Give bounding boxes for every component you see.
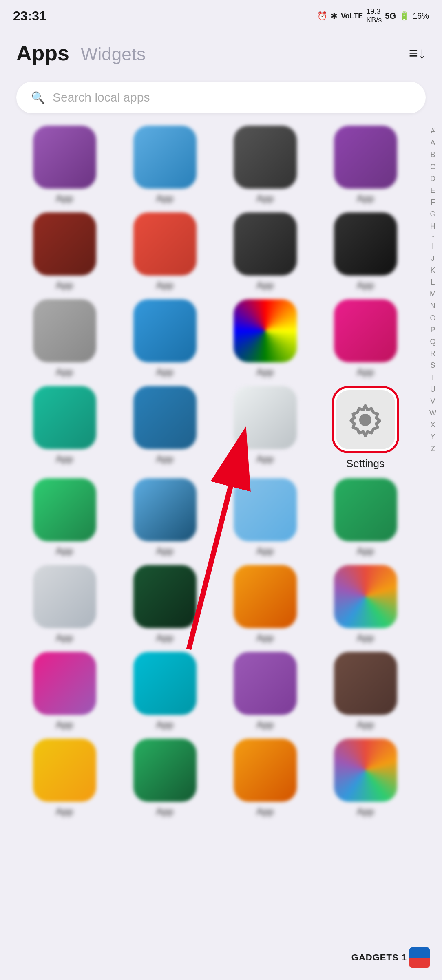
- list-item[interactable]: App: [117, 126, 213, 204]
- alpha-C[interactable]: C: [429, 161, 437, 172]
- alpha-J[interactable]: J: [429, 253, 436, 264]
- volte-icon: VoLTE: [341, 12, 363, 20]
- alpha-L[interactable]: L: [429, 277, 436, 288]
- list-item[interactable]: App: [217, 126, 313, 204]
- status-time: 23:31: [13, 9, 46, 24]
- list-item[interactable]: App: [317, 212, 413, 291]
- app-grid: App App App App App App App App: [16, 126, 434, 817]
- alpha-U[interactable]: U: [429, 384, 437, 395]
- list-item[interactable]: App: [16, 212, 113, 291]
- app-grid-container: App App App App App App App App: [0, 126, 442, 817]
- data-speed-icon: 19.3KB/s: [366, 7, 382, 24]
- list-item[interactable]: App: [317, 126, 413, 204]
- alpha-dots: ··: [430, 233, 436, 241]
- list-item[interactable]: App: [16, 739, 113, 817]
- list-item[interactable]: App: [16, 126, 113, 204]
- alpha-M[interactable]: M: [428, 289, 438, 300]
- alpha-Z[interactable]: Z: [429, 444, 437, 455]
- alpha-Y[interactable]: Y: [429, 431, 437, 442]
- alpha-G[interactable]: G: [428, 209, 437, 220]
- status-icons: ⏰ ✱ VoLTE 19.3KB/s 5G 🔋 16%: [317, 7, 429, 24]
- alpha-A[interactable]: A: [429, 137, 437, 148]
- alpha-X[interactable]: X: [429, 419, 437, 430]
- alpha-P[interactable]: P: [429, 324, 437, 335]
- list-item[interactable]: App: [117, 739, 213, 817]
- alpha-F[interactable]: F: [429, 197, 437, 208]
- alpha-E[interactable]: E: [429, 185, 437, 196]
- sort-button[interactable]: ≡↓: [409, 44, 426, 62]
- search-container: 🔍 Search local apps: [16, 82, 426, 113]
- search-icon: 🔍: [31, 91, 45, 104]
- list-item[interactable]: App: [217, 652, 313, 731]
- header-tabs: Apps Widgets: [16, 41, 146, 65]
- alpha-B[interactable]: B: [429, 149, 437, 160]
- svg-point-0: [360, 414, 371, 426]
- list-item[interactable]: App: [117, 386, 213, 470]
- list-item[interactable]: App: [117, 478, 213, 557]
- alphabet-sidebar[interactable]: # A B C D E F G H ·· I J K L M N O P Q R…: [428, 126, 438, 455]
- alpha-O[interactable]: O: [428, 313, 437, 324]
- tab-apps[interactable]: Apps: [16, 41, 69, 65]
- alpha-K[interactable]: K: [429, 265, 437, 276]
- alpha-hash[interactable]: #: [429, 126, 436, 137]
- list-item[interactable]: App: [317, 565, 413, 644]
- list-item[interactable]: App: [217, 478, 313, 557]
- list-item[interactable]: App: [117, 652, 213, 731]
- list-item[interactable]: App: [16, 478, 113, 557]
- list-item[interactable]: App: [117, 299, 213, 378]
- alpha-Q[interactable]: Q: [428, 336, 437, 347]
- bluetooth-icon: ✱: [331, 11, 338, 21]
- list-item[interactable]: App: [16, 565, 113, 644]
- alpha-V[interactable]: V: [429, 396, 437, 407]
- list-item[interactable]: App: [317, 739, 413, 817]
- alpha-R[interactable]: R: [429, 348, 437, 359]
- watermark-logo: [409, 947, 430, 968]
- alpha-T[interactable]: T: [429, 372, 437, 383]
- status-bar: 23:31 ⏰ ✱ VoLTE 19.3KB/s 5G 🔋 16%: [0, 0, 442, 29]
- list-item[interactable]: App: [117, 565, 213, 644]
- alpha-H[interactable]: H: [429, 221, 437, 232]
- list-item[interactable]: App: [317, 478, 413, 557]
- signal-5g-icon: 5G: [385, 11, 396, 21]
- list-item[interactable]: App: [16, 386, 113, 470]
- alarm-icon: ⏰: [317, 11, 327, 21]
- alpha-N[interactable]: N: [429, 300, 437, 311]
- list-item[interactable]: App: [217, 739, 313, 817]
- list-item[interactable]: App: [217, 299, 313, 378]
- battery-icon: 🔋: [399, 11, 409, 21]
- battery-percent: 16%: [413, 11, 429, 21]
- header: Apps Widgets ≡↓: [0, 29, 442, 73]
- settings-label: Settings: [346, 457, 385, 470]
- list-item[interactable]: App: [217, 565, 313, 644]
- alpha-W[interactable]: W: [428, 408, 438, 419]
- watermark: GADGETS 1: [351, 947, 430, 968]
- list-item[interactable]: App: [317, 299, 413, 378]
- alpha-S[interactable]: S: [429, 360, 437, 371]
- watermark-text: GADGETS 1: [351, 952, 407, 963]
- list-item[interactable]: App: [117, 212, 213, 291]
- list-item[interactable]: App: [217, 386, 313, 470]
- alpha-I[interactable]: I: [430, 241, 435, 252]
- search-bar[interactable]: 🔍 Search local apps: [16, 82, 426, 113]
- list-item[interactable]: App: [317, 652, 413, 731]
- alpha-D[interactable]: D: [429, 173, 437, 184]
- tab-widgets[interactable]: Widgets: [81, 44, 146, 64]
- list-item[interactable]: App: [16, 652, 113, 731]
- search-placeholder: Search local apps: [53, 90, 150, 104]
- list-item[interactable]: App: [16, 299, 113, 378]
- list-item[interactable]: App: [217, 212, 313, 291]
- settings-app-item[interactable]: Settings: [317, 386, 413, 470]
